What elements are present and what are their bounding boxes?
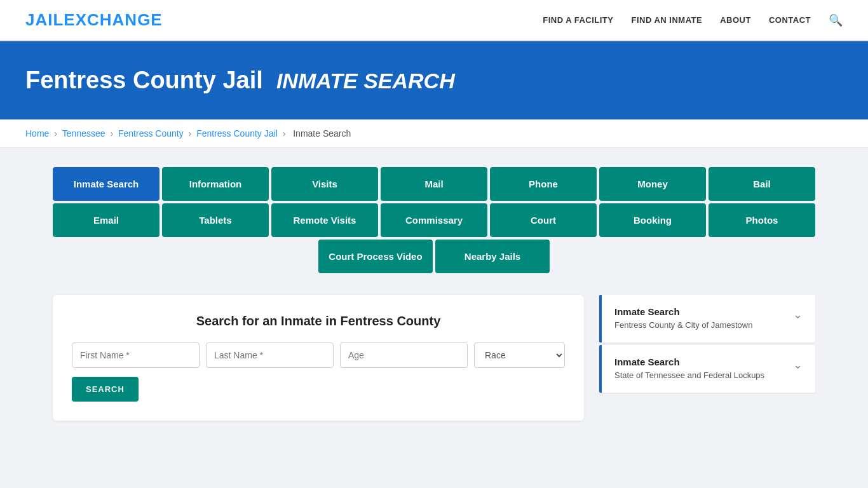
- search-form-card: Search for an Inmate in Fentress County …: [53, 295, 584, 421]
- breadcrumb: Home › Tennessee › Fentress County › Fen…: [0, 119, 868, 148]
- nav-link-about[interactable]: ABOUT: [720, 15, 751, 25]
- card-tennessee[interactable]: Inmate Search State of Tennessee and Fed…: [599, 345, 815, 393]
- breadcrumb-item[interactable]: Tennessee: [62, 128, 105, 139]
- nav-link-find-facility[interactable]: FIND A FACILITY: [543, 15, 613, 25]
- sidebar-card-title: Inmate Search: [614, 306, 752, 317]
- hero-title: Fentress County Jail INMATE SEARCH: [25, 67, 843, 94]
- search-button[interactable]: SEARCH: [72, 377, 139, 402]
- chevron-down-icon: ⌄: [793, 358, 803, 372]
- sidebar: Inmate Search Fentress County & City of …: [599, 295, 815, 421]
- race-select[interactable]: RaceWhiteBlackHispanicAsianOther: [474, 342, 565, 368]
- hero-title-main: Fentress County Jail: [25, 67, 263, 93]
- category-btn-phone[interactable]: Phone: [490, 167, 597, 201]
- breadcrumb-separator: ›: [186, 128, 194, 139]
- search-icon[interactable]: 🔍: [829, 13, 843, 27]
- sidebar-card-subtitle: Fentress County & City of Jamestown: [614, 320, 752, 331]
- main-content: Inmate SearchInformationVisitsMailPhoneM…: [27, 148, 841, 440]
- category-btn-tablets[interactable]: Tablets: [162, 203, 269, 237]
- sidebar-card-subtitle: State of Tennessee and Federal Lockups: [614, 370, 764, 381]
- nav-link-find-inmate[interactable]: FIND AN INMATE: [631, 15, 702, 25]
- breadcrumb-item[interactable]: Fentress County Jail: [196, 128, 278, 139]
- category-btn-remote-visits[interactable]: Remote Visits: [271, 203, 378, 237]
- category-btn-commissary[interactable]: Commissary: [381, 203, 487, 237]
- hero-banner: Fentress County Jail INMATE SEARCH: [0, 41, 868, 119]
- logo[interactable]: JAILEXCHANGE: [25, 10, 163, 30]
- category-btn-visits[interactable]: Visits: [271, 167, 378, 201]
- breadcrumb-item[interactable]: Fentress County: [118, 128, 184, 139]
- category-button-grid: Inmate SearchInformationVisitsMailPhoneM…: [53, 167, 815, 276]
- breadcrumb-item[interactable]: Home: [25, 128, 49, 139]
- breadcrumb-current: Inmate Search: [293, 128, 351, 139]
- category-btn-mail[interactable]: Mail: [381, 167, 487, 201]
- breadcrumb-separator: ›: [280, 128, 288, 139]
- nav-links: FIND A FACILITYFIND AN INMATEABOUTCONTAC…: [543, 13, 843, 27]
- search-button-row: SEARCH: [72, 377, 565, 402]
- category-btn-court[interactable]: Court: [490, 203, 597, 237]
- category-btn-booking[interactable]: Booking: [599, 203, 706, 237]
- card-fentress[interactable]: Inmate Search Fentress County & City of …: [599, 295, 815, 342]
- category-btn-email[interactable]: Email: [53, 203, 159, 237]
- logo-part1: JAIL: [25, 10, 64, 29]
- sidebar-card-text: Inmate Search Fentress County & City of …: [614, 306, 752, 331]
- grid-row-2: EmailTabletsRemote VisitsCommissaryCourt…: [53, 203, 815, 237]
- nav-link-contact[interactable]: CONTACT: [769, 15, 811, 25]
- bottom-section: Search for an Inmate in Fentress County …: [53, 295, 815, 421]
- logo-part2: EXCHANGE: [64, 10, 162, 29]
- sidebar-card-title: Inmate Search: [614, 356, 764, 367]
- category-btn-nearby-jails[interactable]: Nearby Jails: [435, 240, 550, 273]
- last-name-input[interactable]: [206, 342, 334, 368]
- category-btn-inmate-search[interactable]: Inmate Search: [53, 167, 159, 201]
- category-btn-photos[interactable]: Photos: [709, 203, 815, 237]
- sidebar-card-text: Inmate Search State of Tennessee and Fed…: [614, 356, 764, 381]
- age-input[interactable]: [340, 342, 468, 368]
- category-btn-court-process-video[interactable]: Court Process Video: [318, 240, 433, 273]
- chevron-down-icon: ⌄: [793, 308, 803, 322]
- category-btn-bail[interactable]: Bail: [709, 167, 815, 201]
- grid-row-1: Inmate SearchInformationVisitsMailPhoneM…: [53, 167, 815, 201]
- first-name-input[interactable]: [72, 342, 200, 368]
- category-btn-money[interactable]: Money: [599, 167, 706, 201]
- navbar: JAILEXCHANGE FIND A FACILITYFIND AN INMA…: [0, 0, 868, 41]
- breadcrumb-separator: ›: [108, 128, 116, 139]
- breadcrumb-separator: ›: [51, 128, 59, 139]
- hero-title-sub: INMATE SEARCH: [276, 69, 455, 93]
- name-row: RaceWhiteBlackHispanicAsianOther: [72, 342, 565, 368]
- search-form-title: Search for an Inmate in Fentress County: [72, 314, 565, 329]
- grid-row-3: Court Process VideoNearby Jails: [53, 240, 815, 273]
- category-btn-information[interactable]: Information: [162, 167, 269, 201]
